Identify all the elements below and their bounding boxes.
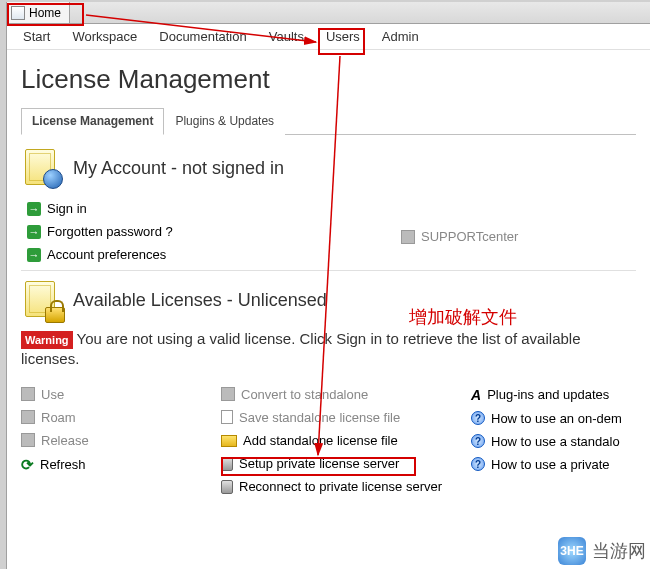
arrow-icon xyxy=(27,202,41,216)
supportcenter-icon xyxy=(401,230,415,244)
account-preferences-link[interactable]: Account preferences xyxy=(27,243,221,266)
use-label: Use xyxy=(41,387,64,402)
my-account-title: My Account - not signed in xyxy=(73,158,284,179)
convert-standalone-action[interactable]: Convert to standalone xyxy=(221,383,471,406)
refresh-label: Refresh xyxy=(40,457,86,472)
menu-users[interactable]: Users xyxy=(316,26,370,47)
use-action[interactable]: Use xyxy=(21,383,221,406)
page-title: License Management xyxy=(21,64,636,95)
menu-start[interactable]: Start xyxy=(13,26,60,47)
available-licenses-title: Available Licenses - Unlicensed xyxy=(73,290,327,311)
save-label: Save standalone license file xyxy=(239,410,400,425)
setup-label: Setup private license server xyxy=(239,456,399,471)
server-icon xyxy=(221,457,233,471)
howto-standalone-label: How to use a standalo xyxy=(491,434,620,449)
signin-label: Sign in xyxy=(47,201,87,216)
forgot-label: Forgotten password ? xyxy=(47,224,173,239)
howto-ondemand-label: How to use an on-dem xyxy=(491,411,622,426)
window-tabstrip: Home xyxy=(7,2,650,24)
account-icon xyxy=(21,147,63,189)
document-icon xyxy=(11,6,25,20)
convert-icon xyxy=(221,387,235,401)
folder-open-icon xyxy=(221,435,237,447)
forgot-password-link[interactable]: Forgotten password ? xyxy=(27,220,221,243)
tab-license-management[interactable]: License Management xyxy=(21,108,164,135)
watermark-logo: 3HE xyxy=(558,537,586,565)
roam-action[interactable]: Roam xyxy=(21,406,221,429)
help-icon xyxy=(471,411,485,425)
howto-private-label: How to use a private xyxy=(491,457,610,472)
license-warning: WarningYou are not using a valid license… xyxy=(21,329,636,369)
release-icon xyxy=(21,433,35,447)
plugins-icon xyxy=(471,387,481,403)
menu-workspace[interactable]: Workspace xyxy=(62,26,147,47)
arrow-icon xyxy=(27,225,41,239)
home-tab-label: Home xyxy=(29,6,61,20)
reconnect-label: Reconnect to private license server xyxy=(239,479,442,494)
watermark: 3HE 当游网 xyxy=(558,537,646,565)
add-standalone-license-action[interactable]: Add standalone license file xyxy=(221,429,471,452)
warning-message: You are not using a valid license. Click… xyxy=(21,330,581,367)
arrow-icon xyxy=(27,248,41,262)
add-label: Add standalone license file xyxy=(243,433,398,448)
reconnect-private-server-action[interactable]: Reconnect to private license server xyxy=(221,475,471,498)
tab-plugins-updates[interactable]: Plugins & Updates xyxy=(164,108,285,135)
save-standalone-action[interactable]: Save standalone license file xyxy=(221,406,471,429)
plugins-label: Plug-ins and updates xyxy=(487,387,609,402)
supportcenter-link[interactable]: SUPPORTcenter xyxy=(401,225,518,248)
menu-documentation[interactable]: Documentation xyxy=(149,26,256,47)
help-icon xyxy=(471,457,485,471)
menu-vaults[interactable]: Vaults xyxy=(259,26,314,47)
plugins-updates-link[interactable]: Plug-ins and updates xyxy=(471,383,636,407)
menu-admin[interactable]: Admin xyxy=(372,26,429,47)
convert-label: Convert to standalone xyxy=(241,387,368,402)
how-to-ondemand-link[interactable]: How to use an on-dem xyxy=(471,407,636,430)
signin-link[interactable]: Sign in xyxy=(27,197,221,220)
server-icon xyxy=(221,480,233,494)
my-account-header: My Account - not signed in xyxy=(21,147,636,189)
refresh-icon xyxy=(21,456,34,474)
release-label: Release xyxy=(41,433,89,448)
section-tabs: License Management Plugins & Updates xyxy=(21,107,636,135)
warning-badge: Warning xyxy=(21,331,73,349)
how-to-private-link[interactable]: How to use a private xyxy=(471,453,636,476)
help-icon xyxy=(471,434,485,448)
home-tab[interactable]: Home xyxy=(7,2,70,23)
menubar: Start Workspace Documentation Vaults Use… xyxy=(7,24,650,50)
licenses-icon xyxy=(21,279,63,321)
file-icon xyxy=(221,410,233,424)
available-licenses-header: Available Licenses - Unlicensed xyxy=(21,279,636,321)
supportcenter-label: SUPPORTcenter xyxy=(421,229,518,244)
use-icon xyxy=(21,387,35,401)
refresh-action[interactable]: Refresh xyxy=(21,452,221,478)
release-action[interactable]: Release xyxy=(21,429,221,452)
roam-icon xyxy=(21,410,35,424)
setup-private-server-action[interactable]: Setup private license server xyxy=(221,452,471,475)
watermark-text: 当游网 xyxy=(592,539,646,563)
roam-label: Roam xyxy=(41,410,76,425)
how-to-standalone-link[interactable]: How to use a standalo xyxy=(471,430,636,453)
annotation-label: 增加破解文件 xyxy=(409,305,517,329)
prefs-label: Account preferences xyxy=(47,247,166,262)
